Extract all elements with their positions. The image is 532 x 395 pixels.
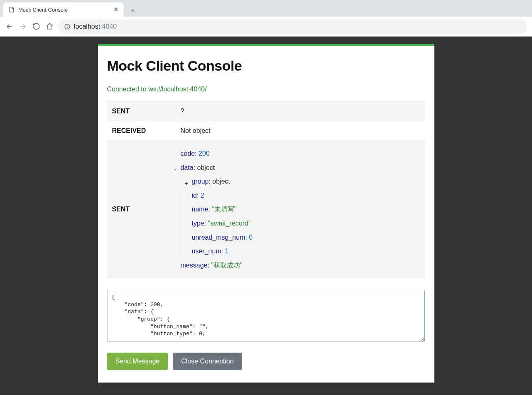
tab-title: Mock Client Console xyxy=(18,7,110,13)
site-info-icon[interactable] xyxy=(64,23,71,30)
json-node-group: + group: object xyxy=(192,174,420,189)
tab-strip: Mock Client Console ✕ xyxy=(0,0,532,17)
back-button[interactable] xyxy=(5,22,14,31)
browser-tab[interactable]: Mock Client Console ✕ xyxy=(3,2,124,17)
browser-toolbar: localhost:4040 xyxy=(0,17,532,37)
address-bar-url: localhost:4040 xyxy=(74,23,117,30)
log-body-json: code: 200 - data: object + group: object xyxy=(176,141,425,278)
message-log: SENT ? RECEIVED Not object SENT code: 20… xyxy=(107,101,425,278)
home-button[interactable] xyxy=(45,22,54,31)
close-tab-icon[interactable]: ✕ xyxy=(113,6,119,13)
log-label: SENT xyxy=(107,141,176,278)
reload-button[interactable] xyxy=(32,22,41,31)
button-row: Send Message Close Connection xyxy=(107,353,425,370)
page-icon xyxy=(8,6,15,13)
log-body: ? xyxy=(176,102,425,121)
message-input[interactable] xyxy=(107,290,425,342)
log-row-sent-1: SENT ? xyxy=(107,102,425,121)
json-tree: code: 200 - data: object + group: object xyxy=(181,147,420,272)
log-row-received: RECEIVED Not object xyxy=(107,121,425,141)
browser-chrome: Mock Client Console ✕ localhost:4040 xyxy=(0,0,532,37)
connection-status: Connected to ws://localhost:4040/ xyxy=(107,86,425,93)
json-node-data: - data: object + group: object id: 2 xyxy=(181,161,420,258)
page-card: Mock Client Console Connected to ws://lo… xyxy=(98,44,434,383)
log-label: RECEIVED xyxy=(107,121,176,140)
collapse-icon[interactable]: - xyxy=(172,164,178,176)
log-row-sent-2: SENT code: 200 - data: object xyxy=(107,141,425,278)
close-connection-button[interactable]: Close Connection xyxy=(173,353,242,370)
send-message-button[interactable]: Send Message xyxy=(107,353,168,370)
json-node-type: type: "await_record" xyxy=(192,216,420,231)
json-node-message: message: "获取成功" xyxy=(181,258,420,272)
json-node-unread: unread_msg_num: 0 xyxy=(192,231,420,245)
expand-icon[interactable]: + xyxy=(184,178,189,190)
page-viewport: Mock Client Console Connected to ws://lo… xyxy=(0,37,532,395)
json-node-name: name: "未填写" xyxy=(192,202,420,216)
address-bar[interactable]: localhost:4040 xyxy=(58,20,527,34)
log-label: SENT xyxy=(107,102,176,121)
forward-button[interactable] xyxy=(18,22,27,31)
json-node-code: code: 200 xyxy=(181,147,420,161)
json-node-usernum: user_num: 1 xyxy=(192,244,420,258)
new-tab-button[interactable] xyxy=(127,5,139,17)
url-port: :4040 xyxy=(100,23,117,30)
url-host: localhost xyxy=(74,23,100,30)
log-body: Not object xyxy=(176,121,425,140)
page-title: Mock Client Console xyxy=(107,58,425,74)
json-node-id: id: 2 xyxy=(192,189,420,203)
